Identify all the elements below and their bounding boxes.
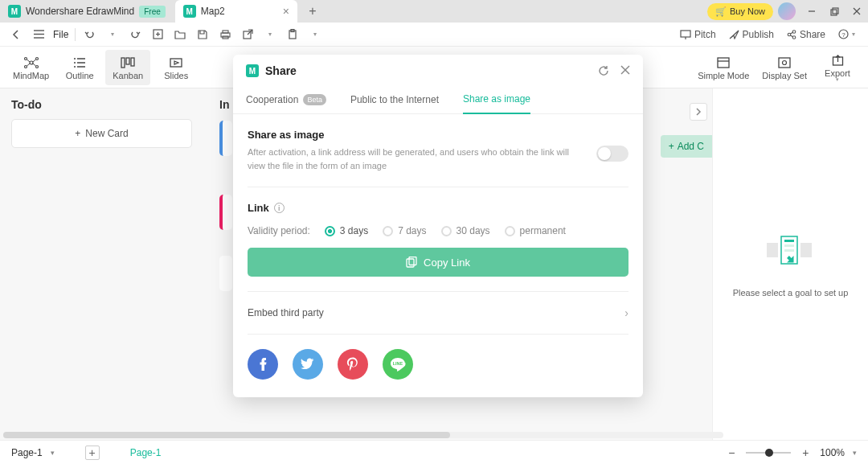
radio-7days[interactable]: 7 days xyxy=(383,225,426,236)
horizontal-scrollbar[interactable] xyxy=(3,432,723,438)
app-tab[interactable]: M Wondershare EdrawMind Free xyxy=(0,0,174,23)
svg-line-33 xyxy=(27,64,30,66)
page-dropdown-icon[interactable]: ▾ xyxy=(51,449,55,457)
display-set-button[interactable]: Display Set xyxy=(757,50,812,85)
paste-button[interactable] xyxy=(285,27,301,43)
radio-label: 30 days xyxy=(457,225,490,236)
paste-dropdown[interactable]: ▾ xyxy=(307,27,323,43)
svg-point-28 xyxy=(35,57,38,60)
doc-logo-icon: M xyxy=(183,5,196,18)
back-button[interactable] xyxy=(8,27,24,43)
open-button[interactable] xyxy=(172,27,188,43)
twitter-icon xyxy=(301,358,315,371)
redo-button[interactable] xyxy=(127,27,143,43)
scroll-right-button[interactable] xyxy=(690,103,707,121)
chevron-down-icon: ▾ xyxy=(836,76,839,83)
link-label-text: Link xyxy=(248,202,269,214)
add-page-button[interactable]: + xyxy=(85,446,100,460)
help-button[interactable]: ? ▾ xyxy=(833,29,860,39)
share-twitter[interactable] xyxy=(293,349,323,380)
current-page-tab[interactable]: Page-1 xyxy=(130,447,162,458)
svg-rect-59 xyxy=(409,257,416,265)
redo-icon xyxy=(129,30,141,39)
close-tab-icon[interactable]: × xyxy=(283,5,289,18)
export-button[interactable]: Export ▾ xyxy=(815,50,860,85)
share-facebook[interactable] xyxy=(248,349,278,380)
close-window-button[interactable] xyxy=(845,0,868,23)
radio-icon xyxy=(505,226,515,236)
tab-public[interactable]: Public to the Internet xyxy=(350,87,439,113)
export-quick-button[interactable] xyxy=(240,27,256,43)
undo-button[interactable] xyxy=(82,27,98,43)
embed-third-party-row[interactable]: Embed third party › xyxy=(248,306,628,319)
close-modal-button[interactable] xyxy=(620,65,630,76)
zoom-level: 100% xyxy=(820,447,845,458)
zoom-in-button[interactable]: + xyxy=(799,446,812,459)
save-button[interactable] xyxy=(194,27,211,43)
share-image-toggle[interactable] xyxy=(596,146,628,162)
zoom-dropdown-icon[interactable]: ▾ xyxy=(853,449,857,457)
panel-illustration xyxy=(760,232,821,270)
outline-view[interactable]: Outline xyxy=(57,50,102,85)
publish-label: Publish xyxy=(743,29,774,40)
radio-3days[interactable]: 3 days xyxy=(325,225,368,236)
mindmap-icon xyxy=(23,55,39,71)
add-tab-button[interactable]: + xyxy=(304,2,321,20)
page-selector[interactable]: Page-1 xyxy=(11,447,43,458)
copy-icon xyxy=(406,257,417,268)
modal-body: Share as image After activation, a link … xyxy=(233,114,643,397)
share-button[interactable]: Share xyxy=(782,29,830,40)
undo-dropdown[interactable]: ▾ xyxy=(104,27,121,43)
copy-link-button[interactable]: Copy Link xyxy=(248,248,628,277)
add-column-label: Add C xyxy=(678,141,704,152)
tab-cooperation[interactable]: Cooperation Beta xyxy=(246,87,326,113)
add-column-button[interactable]: + Add C xyxy=(661,135,712,158)
share-pinterest[interactable] xyxy=(338,349,368,380)
refresh-button[interactable] xyxy=(598,65,609,76)
link-section-title: Link i xyxy=(248,202,628,214)
file-menu[interactable]: File xyxy=(53,29,68,40)
kanban-card-stub[interactable] xyxy=(219,256,232,291)
tab-share-image[interactable]: Share as image xyxy=(463,87,530,114)
slider-knob[interactable] xyxy=(765,449,773,457)
user-avatar[interactable] xyxy=(778,2,796,20)
svg-point-30 xyxy=(35,65,38,68)
mindmap-view[interactable]: MindMap xyxy=(8,50,54,85)
kanban-view[interactable]: Kanban xyxy=(105,50,150,85)
minimize-icon xyxy=(808,7,816,15)
radio-permanent[interactable]: permanent xyxy=(505,225,566,236)
outline-icon xyxy=(73,55,86,71)
print-button[interactable] xyxy=(217,27,233,43)
svg-line-32 xyxy=(33,60,36,62)
export-dropdown[interactable]: ▾ xyxy=(262,27,278,43)
info-icon[interactable]: i xyxy=(274,203,285,213)
publish-icon xyxy=(729,30,739,39)
minimize-button[interactable] xyxy=(800,0,823,23)
hamburger-menu[interactable] xyxy=(31,27,47,43)
radio-30days[interactable]: 30 days xyxy=(441,225,490,236)
kanban-card-stub[interactable] xyxy=(219,195,232,230)
document-tab[interactable]: M Map2 × xyxy=(175,0,297,23)
pitch-button[interactable]: Pitch xyxy=(675,29,721,40)
plus-icon: + xyxy=(669,141,674,152)
share-icon xyxy=(787,30,796,39)
kanban-card-stub[interactable] xyxy=(219,121,232,156)
slides-view[interactable]: Slides xyxy=(154,50,199,85)
display-set-label: Display Set xyxy=(762,71,807,80)
pitch-icon xyxy=(680,30,691,39)
zoom-slider[interactable] xyxy=(746,452,791,454)
new-button[interactable] xyxy=(149,27,166,43)
share-line[interactable]: LINE xyxy=(383,349,413,380)
panel-hint: Please select a goal to set up xyxy=(733,288,849,298)
facebook-icon xyxy=(256,357,270,372)
buy-now-button[interactable]: 🛒 Buy Now xyxy=(707,3,773,20)
simple-mode-button[interactable]: Simple Mode xyxy=(693,50,754,85)
publish-button[interactable]: Publish xyxy=(724,29,779,40)
svg-rect-53 xyxy=(784,244,794,247)
maximize-button[interactable] xyxy=(823,0,845,23)
scrollbar-thumb[interactable] xyxy=(3,432,450,438)
title-bar: M Wondershare EdrawMind Free M Map2 × + … xyxy=(0,0,868,23)
new-card-button[interactable]: + New Card xyxy=(11,119,192,148)
radio-label: 3 days xyxy=(340,225,368,236)
zoom-out-button[interactable]: − xyxy=(725,446,738,459)
